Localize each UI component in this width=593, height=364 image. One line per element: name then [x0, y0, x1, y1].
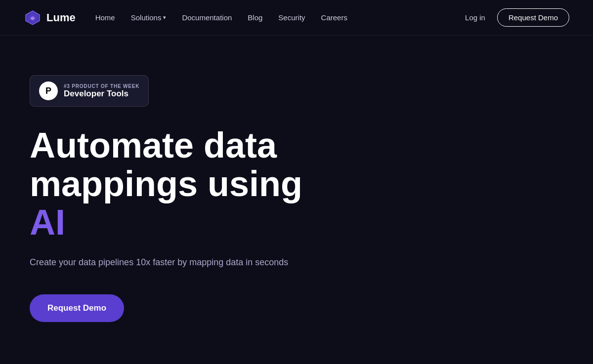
hero-heading-line2: mappings using	[30, 164, 302, 203]
logo-icon	[24, 9, 42, 27]
nav-left: Lume Home Solutions ▾ Documentation Blog…	[24, 9, 347, 27]
nav-item-documentation[interactable]: Documentation	[182, 13, 232, 22]
badge-text: #3 Product of the Week Developer Tools	[64, 83, 139, 99]
request-demo-nav-button[interactable]: Request Demo	[497, 8, 569, 27]
nav-link-home[interactable]: Home	[95, 13, 115, 22]
login-link[interactable]: Log in	[465, 13, 485, 22]
nav-item-careers[interactable]: Careers	[321, 13, 347, 22]
hero-heading-line1: Automate data	[30, 125, 277, 165]
nav-item-security[interactable]: Security	[278, 13, 305, 22]
nav-link-blog[interactable]: Blog	[248, 13, 262, 22]
hero-subtext: Create your data pipelines 10x faster by…	[30, 255, 296, 270]
logo-link[interactable]: Lume	[24, 9, 76, 27]
badge-subtitle: #3 Product of the Week	[64, 83, 139, 89]
nav-item-solutions[interactable]: Solutions ▾	[131, 13, 167, 22]
nav-link-documentation[interactable]: Documentation	[182, 13, 232, 22]
logo-text: Lume	[46, 11, 76, 24]
nav-item-blog[interactable]: Blog	[248, 13, 262, 22]
hero-section: P #3 Product of the Week Developer Tools…	[0, 36, 593, 322]
nav-link-solutions[interactable]: Solutions ▾	[131, 13, 167, 22]
request-demo-hero-button[interactable]: Request Demo	[30, 294, 124, 322]
badge-icon: P	[39, 81, 58, 100]
hero-heading-accent: AI	[30, 202, 65, 242]
hero-heading: Automate data mappings using AI	[30, 126, 326, 242]
product-hunt-badge: P #3 Product of the Week Developer Tools	[30, 75, 149, 107]
nav-item-home[interactable]: Home	[95, 13, 115, 22]
chevron-down-icon: ▾	[163, 14, 166, 21]
nav-link-careers[interactable]: Careers	[321, 13, 347, 22]
nav-link-security[interactable]: Security	[278, 13, 305, 22]
nav-right: Log in Request Demo	[465, 8, 569, 27]
badge-icon-letter: P	[45, 86, 51, 96]
badge-title: Developer Tools	[64, 89, 139, 99]
nav-links: Home Solutions ▾ Documentation Blog Secu…	[95, 13, 347, 22]
navbar: Lume Home Solutions ▾ Documentation Blog…	[0, 0, 593, 36]
